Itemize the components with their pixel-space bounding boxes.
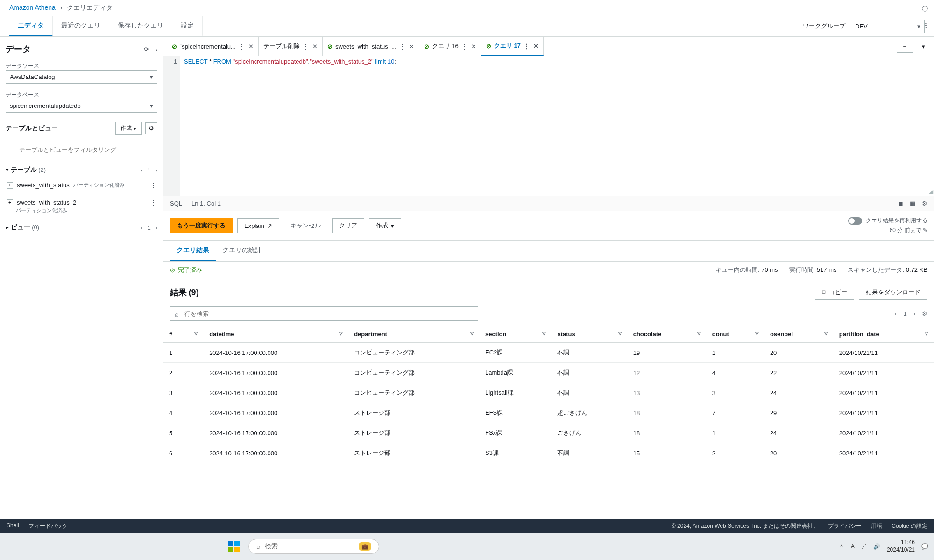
clear-button[interactable]: クリア [332, 218, 364, 233]
column-header[interactable]: department▽ [348, 326, 480, 343]
footer-terms[interactable]: 用語 [871, 522, 882, 530]
menu-icon[interactable]: ⋮ [150, 182, 156, 189]
notification-icon[interactable]: 💬 [921, 543, 928, 550]
close-icon[interactable]: ✕ [312, 43, 318, 50]
menu-icon[interactable]: ⋮ [303, 43, 309, 50]
footer-cookie[interactable]: Cookie の設定 [892, 522, 927, 530]
column-header[interactable]: datetime▽ [204, 326, 348, 343]
edit-icon[interactable]: ✎ [923, 227, 927, 234]
column-header[interactable]: osenbei▽ [764, 326, 834, 343]
sql-editor[interactable]: 1 SELECT * FROM "spiceincrementalupdated… [163, 56, 934, 196]
refresh-icon[interactable]: ⟳ [144, 46, 149, 53]
copy-button[interactable]: ⧉コピー [815, 285, 854, 300]
table-row[interactable]: 12024-10-16 17:00:00.000コンピューティング部EC2課不調… [163, 343, 934, 363]
tray-chevron-icon[interactable]: ＾ [839, 543, 844, 551]
page-prev-icon[interactable]: ‹ [141, 167, 142, 174]
query-tab[interactable]: ⊘ `spiceincrementalu... ⋮ ✕ [167, 37, 259, 56]
caret-down-icon[interactable]: ▾ [6, 166, 9, 173]
query-tab[interactable]: ⊘ sweets_with_status_... ⋮ ✕ [323, 37, 419, 56]
download-button[interactable]: 結果をダウンロード [859, 285, 927, 300]
menu-icon[interactable]: ⋮ [399, 43, 405, 50]
clock[interactable]: 11:46 2024/10/21 [887, 539, 915, 553]
ime-icon[interactable]: A [851, 543, 855, 550]
query-tab-active[interactable]: ⊘ クエリ 17 ⋮ ✕ [481, 37, 544, 56]
menu-icon[interactable]: ⋮ [150, 199, 156, 206]
resize-handle-icon[interactable]: ◢ [929, 188, 933, 195]
table-row[interactable]: 22024-10-16 17:00:00.000コンピューティング部Lambda… [163, 363, 934, 383]
gear-icon[interactable]: ⚙ [922, 310, 927, 317]
menu-icon[interactable]: ⋮ [461, 43, 467, 50]
column-header[interactable]: partition_date▽ [834, 326, 934, 343]
gear-icon[interactable]: ⚙ [922, 200, 927, 207]
table-row[interactable]: 52024-10-16 17:00:00.000ストレージ部FSx課ごきげん18… [163, 423, 934, 443]
page-prev-icon[interactable]: ‹ [141, 224, 142, 231]
footer-shell[interactable]: Shell [7, 522, 19, 530]
speaker-icon[interactable]: 🔊 [873, 543, 880, 550]
column-header[interactable]: status▽ [552, 326, 627, 343]
tab-saved[interactable]: 保存したクエリ [109, 16, 172, 36]
datasource-select[interactable]: AwsDataCatalog ▾ [6, 70, 157, 84]
close-icon[interactable]: ✕ [248, 43, 254, 50]
workgroup-select[interactable]: DEV [850, 20, 925, 33]
table-cell: 7 [707, 403, 764, 423]
layout-icon[interactable]: ▦ [910, 200, 915, 207]
close-icon[interactable]: ✕ [471, 43, 476, 50]
tab-editor[interactable]: エディタ [9, 16, 53, 36]
table-cell: 1 [707, 343, 764, 363]
page-prev-icon[interactable]: ‹ [895, 310, 897, 317]
tab-menu-button[interactable]: ▾ [917, 41, 930, 52]
query-tabs: ⊘ `spiceincrementalu... ⋮ ✕ テーブル削除 ⋮ ✕ ⊘… [167, 37, 893, 56]
footer-feedback[interactable]: フィードバック [28, 522, 68, 530]
database-select[interactable]: spiceincrementalupdatedb ▾ [6, 99, 157, 113]
table-cell: 2024-10-16 17:00:00.000 [204, 383, 348, 403]
code-area[interactable]: SELECT * FROM "spiceincrementalupdatedb"… [180, 56, 934, 196]
clock-date: 2024/10/21 [887, 546, 915, 554]
table-item[interactable]: + sweets_with_status パーティション化済み ⋮ [6, 179, 157, 191]
tab-settings[interactable]: 設定 [172, 16, 203, 36]
close-icon[interactable]: ✕ [409, 43, 414, 50]
start-button[interactable] [224, 537, 244, 556]
taskbar-search[interactable]: ⌕ 検索 💼 [248, 539, 379, 554]
page-next-icon[interactable]: › [156, 224, 157, 231]
wifi-icon[interactable]: ⋰ [861, 543, 867, 550]
column-header[interactable]: #▽ [163, 326, 204, 343]
create-button[interactable]: 作成 ▾ [115, 122, 142, 135]
info-icon[interactable]: ⓘ [922, 5, 928, 13]
explain-button[interactable]: Explain↗ [237, 218, 279, 233]
tab-stats[interactable]: クエリの統計 [216, 241, 268, 261]
caret-right-icon[interactable]: ▸ [6, 224, 9, 231]
wrap-icon[interactable]: ≣ [898, 200, 903, 207]
gear-icon[interactable]: ⚙ [145, 122, 157, 134]
table-row[interactable]: 62024-10-16 17:00:00.000ストレージ部S3課不調15220… [163, 443, 934, 463]
clock-time: 11:46 [887, 539, 915, 546]
page-next-icon[interactable]: › [156, 167, 157, 174]
chevron-left-icon[interactable]: ‹ [156, 46, 157, 53]
page-next-icon[interactable]: › [913, 310, 915, 317]
run-button[interactable]: もう一度実行する [170, 218, 233, 233]
create-dropdown[interactable]: 作成▾ [369, 218, 401, 233]
partition-badge: パーティション化済み [16, 207, 157, 214]
results-search-input[interactable] [170, 306, 478, 321]
query-tab[interactable]: テーブル削除 ⋮ ✕ [259, 37, 323, 56]
cancel-button[interactable]: キャンセル [284, 218, 327, 233]
query-tab[interactable]: ⊘ クエリ 16 ⋮ ✕ [419, 37, 481, 56]
table-row[interactable]: 32024-10-16 17:00:00.000コンピューティング部Lights… [163, 383, 934, 403]
add-tab-button[interactable]: ＋ [897, 40, 913, 53]
column-header[interactable]: donut▽ [707, 326, 764, 343]
editor-position: Ln 1, Col 1 [191, 200, 221, 207]
table-row[interactable]: 42024-10-16 17:00:00.000ストレージ部EFS課超ごきげん1… [163, 403, 934, 423]
tab-results[interactable]: クエリ結果 [170, 241, 216, 261]
close-icon[interactable]: ✕ [533, 43, 538, 50]
reuse-toggle[interactable] [848, 217, 862, 225]
menu-icon[interactable]: ⋮ [524, 43, 530, 50]
tab-recent[interactable]: 最近のクエリ [53, 16, 109, 36]
expand-icon[interactable]: + [7, 182, 13, 189]
filter-input[interactable] [6, 143, 157, 156]
column-header[interactable]: chocolate▽ [628, 326, 707, 343]
breadcrumb-service[interactable]: Amazon Athena [9, 4, 56, 11]
expand-icon[interactable]: + [7, 199, 13, 206]
footer-privacy[interactable]: プライバシー [828, 522, 862, 530]
column-header[interactable]: section▽ [480, 326, 552, 343]
menu-icon[interactable]: ⋮ [239, 43, 245, 50]
system-tray[interactable]: ＾ A ⋰ 🔊 11:46 2024/10/21 💬 [839, 539, 928, 553]
